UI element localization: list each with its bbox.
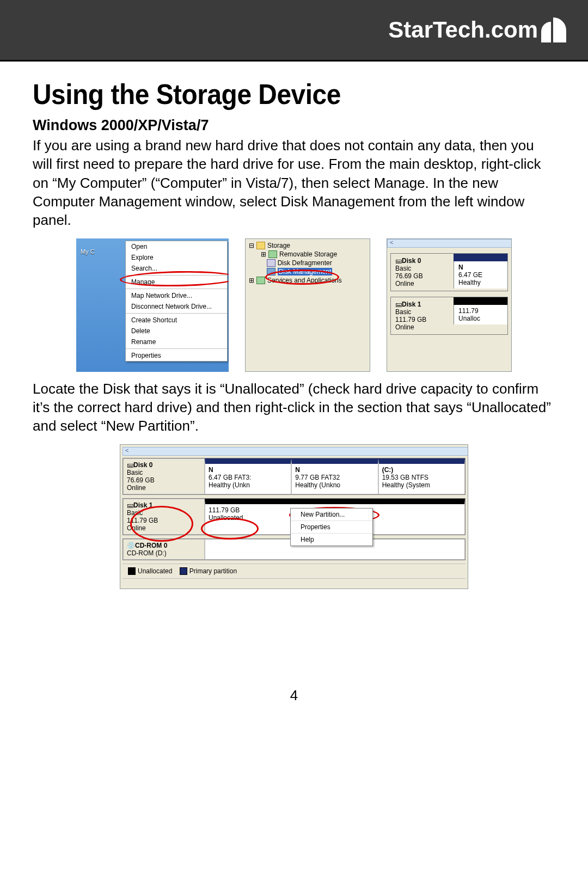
disk-header: 🖴Disk 0 Basic 76.69 GB Online <box>123 458 205 494</box>
brand-mark-icon <box>541 17 566 42</box>
disk-info: Online <box>395 280 414 287</box>
partition-size: 111.79 GB <box>209 506 240 514</box>
paragraph-2: Locate the Disk that says it is “Unalloc… <box>33 379 555 436</box>
highlight-ellipse-icon <box>265 270 339 285</box>
figure-row-1: My C Open Explore Search... Manage Map N… <box>33 238 555 372</box>
page-content: Using the Storage Device Windows 2000/XP… <box>0 62 588 704</box>
highlight-ellipse-icon <box>130 506 193 542</box>
partition-label: N <box>209 466 213 474</box>
menu-item[interactable]: Create Shortcut <box>126 315 227 326</box>
partition-status: Healthy (Unkno <box>295 481 340 489</box>
disk-header: 💿CD-ROM 0 CD-ROM (D:) <box>123 539 205 560</box>
menu-item[interactable]: Disconnect Network Drive... <box>126 301 227 312</box>
partition[interactable]: (C:) 19.53 GB NTFS Healthy (System <box>378 458 465 494</box>
folder-icon <box>256 242 265 249</box>
scrollbar[interactable] <box>122 447 468 456</box>
partition[interactable]: N 9.77 GB FAT32 Healthy (Unkno <box>291 458 378 494</box>
tree-label: Disk Defragmenter <box>278 259 332 267</box>
disk-info: Online <box>127 484 146 492</box>
partition-status: Healthy (Unkn <box>209 481 250 489</box>
partition-label: N <box>458 264 463 271</box>
partition-bar-icon <box>454 297 507 305</box>
brand-logo: StarTech.com <box>388 17 566 43</box>
disk-title: Disk 1 <box>402 301 421 308</box>
menu-item[interactable]: Open <box>126 241 227 252</box>
disk-info: Basic <box>127 469 143 476</box>
page-title: Using the Storage Device <box>33 78 513 111</box>
disk-row: 🖴Disk 1 Basic 111.79 GB Online 111.79 Un… <box>390 297 508 335</box>
disk-info: CD-ROM (D:) <box>127 549 167 557</box>
screenshot-context-menu: My C Open Explore Search... Manage Map N… <box>76 238 229 372</box>
partition[interactable]: N 6.47 GB FAT3: Healthy (Unkn <box>205 458 291 494</box>
brand-text: StarTech.com <box>388 17 538 43</box>
partition-detail: 6.47 GB FAT3: <box>209 474 251 481</box>
screenshot-disk-panel: 🖴Disk 0 Basic 76.69 GB Online N 6.47 GE … <box>387 238 512 372</box>
scrollbar[interactable] <box>387 239 512 248</box>
partition-column: 111.79 Unalloc <box>454 297 507 334</box>
partition-detail: 9.77 GB FAT32 <box>295 474 340 481</box>
disk-info: 111.79 GB <box>395 316 426 323</box>
context-menu: New Partition... Properties Help <box>290 508 373 546</box>
menu-item[interactable]: Explore <box>126 252 227 263</box>
disk-title: Disk 0 <box>133 461 152 469</box>
screenshot-tree: ⊟ Storage ⊞ Removable Storage Disk Defra… <box>245 238 370 372</box>
disk-info: Online <box>395 323 414 331</box>
menu-item[interactable]: Properties <box>291 521 372 534</box>
page-header: StarTech.com <box>0 0 588 60</box>
subsection-title: Windows 2000/XP/Vista/7 <box>33 117 555 134</box>
highlight-ellipse-icon <box>201 518 259 540</box>
disk-title: Disk 0 <box>402 257 421 265</box>
swatch-icon <box>128 567 136 575</box>
storage-icon <box>268 250 277 258</box>
partition-label: (C:) <box>382 466 394 474</box>
legend: Unallocated Primary partition <box>122 564 465 579</box>
partition-label: N <box>295 466 300 474</box>
swatch-icon <box>180 567 187 575</box>
desktop-icon-label: My C <box>81 248 95 255</box>
menu-item[interactable]: Help <box>291 534 372 546</box>
menu-separator <box>126 313 227 314</box>
partition-status: Healthy <box>458 279 481 286</box>
scrollbar[interactable] <box>122 578 465 586</box>
legend-label: Unallocated <box>138 567 172 575</box>
defrag-icon <box>267 259 275 267</box>
disk-title: CD-ROM 0 <box>135 542 167 549</box>
menu-item[interactable]: Properties <box>126 350 227 361</box>
partition-bar-icon <box>454 254 507 261</box>
tree-node[interactable]: ⊟ Storage <box>249 241 366 250</box>
context-menu: Open Explore Search... Manage Map Networ… <box>125 241 228 362</box>
legend-label: Primary partition <box>189 567 237 575</box>
partition-column: N 6.47 GE Healthy <box>454 254 507 291</box>
disk-header: 🖴Disk 1 Basic 111.79 GB Online <box>391 297 454 334</box>
tree-label: Removable Storage <box>279 250 337 258</box>
partition-status: Healthy (System <box>382 481 430 489</box>
disk-info: 76.69 GB <box>127 476 155 484</box>
disk-info: Basic <box>395 308 411 316</box>
tree-node[interactable]: ⊞ Removable Storage <box>249 250 366 259</box>
menu-item[interactable]: Map Network Drive... <box>126 290 227 301</box>
disk-header: 🖴Disk 0 Basic 76.69 GB Online <box>391 254 454 291</box>
disk-row: 🖴Disk 0 Basic 76.69 GB Online N 6.47 GE … <box>390 253 508 291</box>
menu-item[interactable]: Rename <box>126 336 227 347</box>
partition[interactable]: N 6.47 GE Healthy <box>454 261 507 289</box>
partition[interactable]: 111.79 Unalloc <box>454 305 507 324</box>
services-icon <box>256 277 265 284</box>
disk-info: Basic <box>395 265 411 272</box>
menu-item[interactable]: Delete <box>126 326 227 336</box>
menu-separator <box>126 289 227 289</box>
screenshot-disk-management: 🖴Disk 0 Basic 76.69 GB Online N 6.47 GB … <box>120 444 468 590</box>
menu-separator <box>126 348 227 349</box>
partition-size: 6.47 GE <box>458 271 482 279</box>
disk-info: 76.69 GB <box>395 272 423 280</box>
paragraph-1: If you are using a brand new hard drive … <box>33 136 555 230</box>
partition-detail: 19.53 GB NTFS <box>382 474 428 481</box>
partition-size: 111.79 <box>458 307 479 315</box>
disk0-row: 🖴Disk 0 Basic 76.69 GB Online N 6.47 GB … <box>122 458 465 495</box>
menu-item-new-partition[interactable]: New Partition... <box>291 509 372 521</box>
tree-label: Storage <box>267 242 290 249</box>
page-number: 4 <box>33 687 555 704</box>
partition-status: Unalloc <box>458 315 480 322</box>
tree-node[interactable]: Disk Defragmenter <box>249 259 366 267</box>
